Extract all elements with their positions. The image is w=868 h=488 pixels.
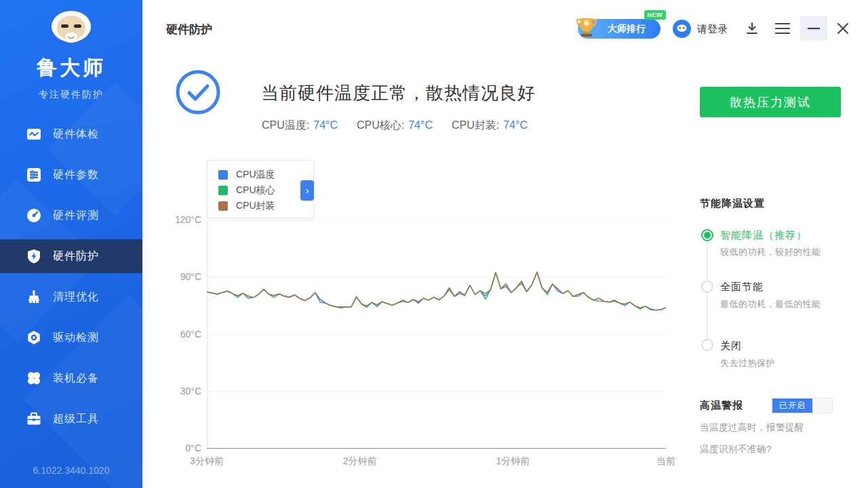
legend-label: CPU温度 bbox=[236, 169, 275, 181]
x-tick-label: 2分钟前 bbox=[343, 455, 377, 468]
master-ranking-label: 大师排行 bbox=[608, 23, 646, 35]
legend-item-cpu-core[interactable]: CPU核心 bbox=[218, 182, 313, 198]
main-panel: 硬件防护 大师排行 NEW 请登录 bbox=[142, 0, 868, 488]
legend-item-cpu-temp[interactable]: CPU温度 bbox=[218, 167, 313, 182]
temperature-metrics: CPU温度:74°C CPU核心:74°C CPU封装:74°C bbox=[262, 119, 528, 133]
legend-swatch bbox=[218, 201, 228, 211]
metric-label: CPU核心: bbox=[357, 119, 404, 131]
sidebar-item-label: 硬件参数 bbox=[53, 168, 99, 182]
metric-label: CPU封装: bbox=[452, 119, 499, 131]
option-full-powersave-desc: 最低的功耗，最低的性能 bbox=[720, 298, 821, 310]
metric-value: 74°C bbox=[313, 119, 338, 131]
sidebar-item-essential-apps[interactable]: 装机必备 bbox=[0, 361, 142, 395]
x-tick-label: 1分钟前 bbox=[496, 455, 530, 468]
sidebar: 鲁大师 专注硬件防护 硬件体检 硬件参数 bbox=[0, 0, 142, 488]
high-temp-alarm-title: 高温警报 bbox=[700, 399, 743, 412]
sidebar-item-label: 硬件防护 bbox=[53, 249, 99, 264]
alarm-toggle-state: 已开启 bbox=[772, 399, 812, 413]
sidebar-item-label: 硬件评测 bbox=[53, 209, 99, 223]
shield-bolt-icon bbox=[26, 248, 42, 264]
sidebar-menu: 硬件体检 硬件参数 硬件评测 bbox=[0, 117, 142, 443]
temp-accuracy-link[interactable]: 温度识别不准确? bbox=[700, 443, 772, 455]
option-off-desc: 失去过热保护 bbox=[720, 357, 775, 369]
chart-legend: CPU温度 CPU核心 CPU封装 bbox=[207, 160, 314, 218]
metric-value: 74°C bbox=[503, 119, 528, 131]
legend-swatch bbox=[218, 186, 228, 195]
sidebar-item-hardware-protection[interactable]: 硬件防护 bbox=[0, 239, 142, 273]
x-tick-label: 3分钟前 bbox=[190, 455, 224, 468]
option-off-label[interactable]: 关闭 bbox=[720, 340, 742, 352]
alarm-toggle[interactable]: 已开启 bbox=[772, 398, 833, 413]
user-avatar[interactable] bbox=[673, 20, 691, 38]
close-button[interactable] bbox=[834, 20, 852, 37]
legend-expand-button[interactable]: › bbox=[300, 180, 314, 201]
new-badge: NEW bbox=[644, 10, 667, 20]
sidebar-item-label: 超级工具 bbox=[53, 412, 99, 426]
option-smart-cooling-label[interactable]: 智能降温（推荐） bbox=[720, 229, 807, 242]
sliders-icon bbox=[26, 167, 42, 183]
sidebar-item-label: 驱动检测 bbox=[53, 331, 99, 345]
legend-item-cpu-package[interactable]: CPU封装 bbox=[218, 198, 313, 214]
mascot-avatar-icon bbox=[676, 24, 688, 34]
sidebar-item-label: 装机必备 bbox=[53, 371, 99, 386]
x-tick-label: 当前 bbox=[656, 455, 675, 468]
minimize-icon bbox=[808, 27, 820, 30]
download-icon bbox=[745, 21, 760, 36]
sidebar-item-hardware-params[interactable]: 硬件参数 bbox=[0, 158, 142, 192]
mascot-logo-icon bbox=[42, 9, 100, 52]
sidebar-item-hardware-benchmark[interactable]: 硬件评测 bbox=[0, 199, 142, 232]
y-tick-label: 120°C bbox=[142, 214, 201, 225]
y-tick-label: 90°C bbox=[142, 271, 201, 282]
radio-off[interactable] bbox=[701, 339, 713, 351]
brand-name: 鲁大师 bbox=[0, 54, 142, 82]
download-button[interactable] bbox=[745, 21, 760, 36]
sidebar-item-super-tools[interactable]: 超级工具 bbox=[0, 402, 142, 436]
x-axis-labels: 3分钟前2分钟前1分钟前当前 bbox=[207, 455, 666, 469]
cooling-stress-test-button[interactable]: 散热压力测试 bbox=[700, 87, 841, 117]
login-link[interactable]: 请登录 bbox=[697, 23, 728, 36]
legend-swatch bbox=[218, 170, 228, 180]
status-headline: 当前硬件温度正常，散热情况良好 bbox=[261, 81, 536, 105]
broom-icon bbox=[26, 289, 42, 305]
sidebar-item-driver-check[interactable]: 驱动检测 bbox=[0, 321, 142, 354]
radio-smart-cooling[interactable] bbox=[701, 229, 713, 241]
option-smart-cooling-desc: 较低的功耗，较好的性能 bbox=[720, 246, 821, 258]
temperature-chart bbox=[207, 220, 666, 449]
option-full-powersave-label[interactable]: 全面节能 bbox=[720, 281, 764, 293]
y-tick-label: 0°C bbox=[142, 443, 201, 453]
sidebar-item-label: 硬件体检 bbox=[53, 127, 99, 142]
minimize-button[interactable] bbox=[800, 16, 827, 41]
toolbox-icon bbox=[26, 411, 42, 427]
hamburger-icon bbox=[775, 22, 790, 35]
master-ranking-button[interactable]: 大师排行 NEW bbox=[578, 19, 660, 39]
sidebar-item-cleanup[interactable]: 清理优化 bbox=[0, 280, 142, 314]
y-axis-labels: 0°C30°C60°C90°C120°C bbox=[142, 220, 201, 449]
app-version: 6.1022.3440.1020 bbox=[0, 465, 142, 476]
option-connector bbox=[707, 243, 708, 344]
chevron-right-icon: › bbox=[306, 185, 309, 196]
alarm-description: 当温度过高时，报警提醒 bbox=[700, 422, 804, 434]
legend-label: CPU核心 bbox=[236, 184, 275, 197]
y-tick-label: 30°C bbox=[142, 386, 201, 396]
monitor-wave-icon bbox=[26, 126, 42, 142]
clover-icon bbox=[26, 370, 42, 386]
sidebar-item-label: 清理优化 bbox=[53, 290, 99, 304]
page-title: 硬件防护 bbox=[166, 22, 212, 37]
legend-label: CPU封装 bbox=[236, 200, 275, 212]
cooling-settings-title: 节能降温设置 bbox=[700, 197, 765, 210]
status-ok-icon bbox=[175, 69, 221, 115]
close-icon bbox=[837, 22, 849, 35]
main-menu-button[interactable] bbox=[775, 22, 790, 35]
sidebar-item-hardware-check[interactable]: 硬件体检 bbox=[0, 117, 142, 151]
metric-label: CPU温度: bbox=[262, 119, 309, 131]
radio-full-powersave[interactable] bbox=[701, 281, 713, 293]
brand-slogan: 专注硬件防护 bbox=[0, 89, 142, 101]
y-tick-label: 60°C bbox=[142, 329, 201, 340]
metric-value: 74°C bbox=[408, 119, 433, 131]
trophy-icon bbox=[572, 13, 601, 41]
gauge-icon bbox=[26, 207, 42, 224]
nut-icon bbox=[26, 329, 42, 346]
